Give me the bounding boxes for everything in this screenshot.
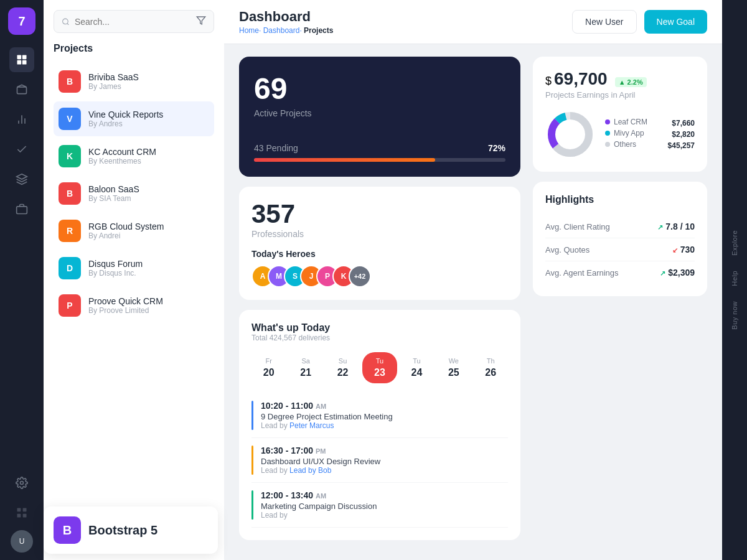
project-by: By Andres	[88, 119, 163, 128]
project-item-vine[interactable]: V Vine Quick Reports By Andres	[54, 101, 214, 136]
buy-now-tab[interactable]: Buy now	[726, 294, 743, 337]
svg-point-9	[21, 482, 24, 485]
event-time: 12:00 - 13:40 AM	[261, 490, 377, 500]
project-info: RGB Cloud System By Andrei	[88, 222, 164, 240]
sidebar-icon-stack[interactable]	[9, 167, 34, 192]
calendar-day[interactable]: Tu23	[362, 352, 397, 383]
project-item-kc[interactable]: K KC Account CRM By Keenthemes	[54, 139, 214, 174]
main-content: Dashboard Home· Dashboard· Projects New …	[224, 0, 722, 560]
highlight-row: Avg. Client Rating ↗7.8 / 10	[545, 215, 695, 238]
highlights-rows: Avg. Client Rating ↗7.8 / 10 Avg. Quotes…	[545, 215, 695, 284]
sidebar-icon-briefcase[interactable]	[9, 197, 34, 222]
legend-dot	[605, 142, 610, 147]
event-details: 16:30 - 17:00 PM Dashboard UI/UX Design …	[261, 446, 380, 475]
page-title: Dashboard	[239, 9, 333, 25]
explore-tab[interactable]: Explore	[726, 223, 743, 263]
calendar-day[interactable]: Fr20	[251, 352, 286, 383]
legend-amount: $45,257	[668, 141, 695, 150]
project-item-rgb[interactable]: R RGB Cloud System By Andrei	[54, 213, 214, 248]
svg-line-15	[67, 23, 68, 24]
highlight-value: ↗7.8 / 10	[657, 222, 695, 231]
project-logo: B	[59, 70, 81, 93]
user-avatar[interactable]: U	[11, 530, 33, 553]
sidebar-icon-grid[interactable]	[9, 47, 34, 72]
project-item-briviba[interactable]: B Briviba SaaS By James	[54, 64, 214, 99]
projects-panel: Projects B Briviba SaaS By James V Vine …	[44, 0, 224, 560]
project-by: By James	[88, 82, 139, 91]
day-num: 26	[476, 367, 505, 378]
project-name: Briviba SaaS	[88, 72, 139, 82]
day-num: 23	[365, 367, 394, 378]
svg-rect-10	[17, 508, 21, 512]
legend-name: Leaf CRM	[614, 118, 647, 126]
event-lead: Lead by	[261, 511, 377, 520]
pending-pct: 72%	[488, 143, 505, 153]
svg-rect-2	[17, 60, 22, 65]
project-item-baloon[interactable]: B Baloon SaaS By SIA Team	[54, 176, 214, 211]
help-tab[interactable]: Help	[726, 263, 743, 294]
calendar-day[interactable]: We25	[436, 352, 471, 383]
trend-up-icon: ↗	[657, 223, 663, 231]
right-column: $ 69,700 ▲ 2.2% Projects Earnings in Apr…	[533, 57, 707, 548]
calendar-day[interactable]: Tu24	[400, 352, 434, 383]
filter-button[interactable]	[196, 16, 206, 27]
day-num: 21	[291, 367, 320, 378]
highlight-row: Avg. Agent Earnings ↗$2,309	[545, 261, 695, 284]
event-lead: Lead by Peter Marcus	[261, 421, 393, 430]
project-logo: V	[59, 108, 81, 130]
search-input[interactable]	[75, 17, 191, 27]
project-item-disqus[interactable]: D Disqus Forum By Disqus Inc.	[54, 251, 214, 286]
project-item-proove[interactable]: P Proove Quick CRM By Proove Limited	[54, 288, 214, 323]
legend-item: Others	[605, 140, 658, 149]
event-details: 10:20 - 11:00 AM 9 Degree Project Estima…	[261, 401, 393, 430]
new-user-button[interactable]: New User	[572, 10, 636, 34]
event-line	[251, 446, 253, 475]
calendar-day[interactable]: Th26	[474, 352, 508, 383]
project-name: KC Account CRM	[88, 147, 156, 157]
legend-item: Leaf CRM	[605, 118, 658, 126]
legend-list: Leaf CRMMivy AppOthers	[605, 118, 658, 151]
svg-rect-8	[17, 207, 27, 214]
sidebar-icon-layers[interactable]	[9, 77, 34, 102]
svg-rect-3	[22, 60, 27, 65]
active-label: Active Projects	[254, 108, 505, 118]
schedule-sub: Total 424,567 deliveries	[251, 334, 508, 342]
project-logo: B	[59, 182, 81, 205]
user-number-badge[interactable]: 7	[8, 7, 35, 35]
sidebar-icon-settings[interactable]	[9, 470, 34, 495]
calendar-day[interactable]: Sa21	[288, 352, 322, 383]
legend-item: Mivy App	[605, 129, 658, 138]
svg-rect-12	[17, 514, 21, 518]
project-by: By Proove Limited	[88, 306, 163, 315]
event-item: 16:30 - 17:00 PM Dashboard UI/UX Design …	[251, 438, 508, 483]
sidebar-icon-grid2[interactable]	[9, 500, 34, 525]
new-goal-button[interactable]: New Goal	[644, 10, 707, 34]
svg-rect-13	[23, 514, 27, 518]
calendar-day[interactable]: Su22	[326, 352, 360, 383]
sidebar-icon-chart[interactable]	[9, 107, 34, 132]
legend-name: Mivy App	[614, 129, 644, 138]
project-info: KC Account CRM By Keenthemes	[88, 147, 156, 166]
currency-sign: $	[545, 75, 552, 88]
sidebar-icon-check[interactable]	[9, 137, 34, 162]
search-bar[interactable]	[54, 10, 214, 33]
event-lead-link[interactable]: Peter Marcus	[289, 421, 334, 430]
highlights-title: Highlights	[545, 194, 695, 205]
active-projects-card: 69 Active Projects 43 Pending 72%	[239, 57, 520, 177]
earnings-badge: ▲ 2.2%	[615, 77, 647, 87]
legend-amounts: $7,660$2,820$45,257	[668, 119, 695, 150]
project-by: By Andrei	[88, 231, 164, 240]
project-by: By SIA Team	[88, 194, 139, 203]
project-logo: P	[59, 294, 81, 317]
event-line	[251, 401, 253, 430]
event-lead-link[interactable]: Lead by Bob	[289, 466, 331, 475]
event-details: 12:00 - 13:40 AM Marketing Campaign Disc…	[261, 490, 377, 520]
highlight-value: ↗$2,309	[660, 268, 695, 278]
bootstrap-card: B Bootstrap 5	[44, 506, 218, 554]
calendar-row[interactable]: Fr20Sa21Su22Tu23Tu24We25Th26	[251, 352, 508, 383]
heroes-label: Today's Heroes	[251, 249, 508, 259]
filter-icon	[196, 16, 206, 26]
project-name: Proove Quick CRM	[88, 296, 163, 306]
project-info: Briviba SaaS By James	[88, 72, 139, 91]
highlight-label: Avg. Client Rating	[545, 222, 610, 231]
